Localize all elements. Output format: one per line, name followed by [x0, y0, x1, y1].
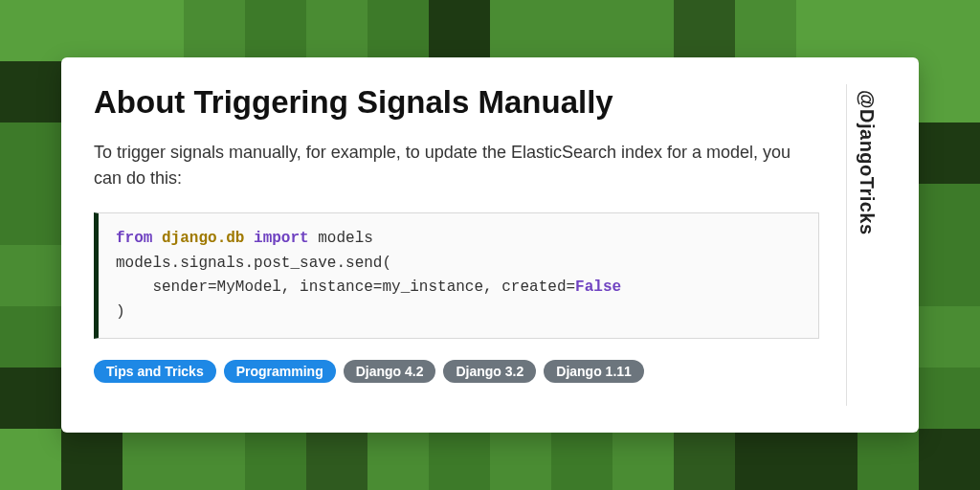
- author-handle: @DjangoTricks: [856, 90, 878, 235]
- code-block: from django.db import models models.sign…: [94, 212, 819, 339]
- keyword-import: import: [254, 230, 309, 247]
- sidebar: @DjangoTricks: [846, 84, 886, 406]
- import-target: models: [318, 230, 373, 247]
- module-name: django.db: [162, 230, 244, 247]
- code-line-4: ): [116, 303, 125, 321]
- keyword-from: from: [116, 230, 152, 247]
- content-card: About Triggering Signals Manually To tri…: [61, 57, 919, 433]
- page-title: About Triggering Signals Manually: [94, 84, 819, 121]
- code-line-2: models.signals.post_save.send(: [116, 255, 391, 272]
- description-text: To trigger signals manually, for example…: [94, 140, 819, 191]
- tag[interactable]: Tips and Tricks: [94, 360, 216, 383]
- tag-row: Tips and TricksProgrammingDjango 4.2Djan…: [94, 360, 819, 383]
- bool-false: False: [575, 278, 621, 296]
- tag[interactable]: Django 1.11: [544, 360, 644, 383]
- tag[interactable]: Django 4.2: [344, 360, 436, 383]
- code-line-3: sender=MyModel, instance=my_instance, cr…: [116, 278, 575, 296]
- tag[interactable]: Programming: [224, 360, 336, 383]
- tag[interactable]: Django 3.2: [443, 360, 536, 383]
- main-column: About Triggering Signals Manually To tri…: [94, 84, 846, 406]
